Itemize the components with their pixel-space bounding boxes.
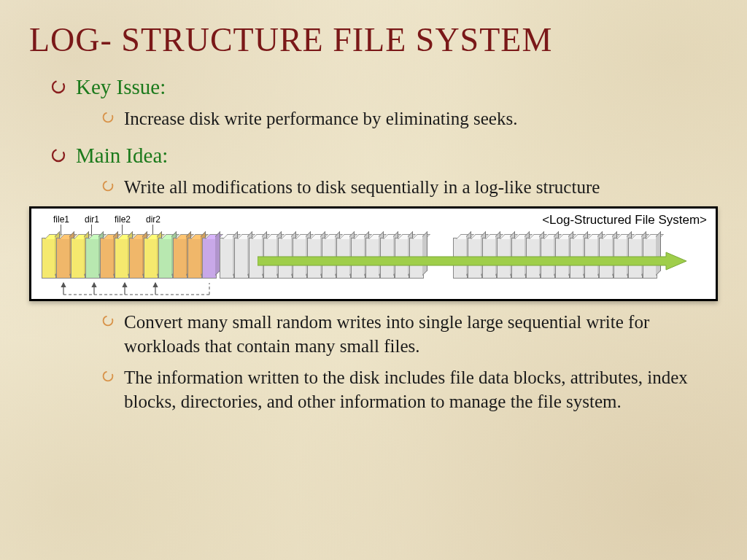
svg-point-2: [53, 149, 64, 161]
bullet-main-idea-item-3: The information written to the disk incl…: [102, 365, 718, 413]
bullet-icon: [51, 79, 66, 94]
label-file2: file2: [113, 214, 132, 225]
log-structure-diagram: <Log-Structured File System> file1 dir1 …: [29, 206, 718, 301]
svg-point-12: [104, 372, 113, 381]
svg-point-1: [104, 113, 113, 122]
bullet-icon: [102, 112, 114, 123]
slide: LOG- STRUCTURE FILE SYSTEM Key Issue: In…: [0, 0, 747, 560]
bullet-key-issue-item: Increase disk write performance by elimi…: [102, 106, 718, 131]
main-idea-heading: Main Idea:: [76, 144, 168, 168]
bullet-main-idea-item-2: Convert many small random writes into si…: [102, 310, 718, 358]
svg-point-11: [104, 316, 113, 326]
bullet-icon: [51, 148, 66, 163]
diagram-title: <Log-Structured File System>: [542, 213, 707, 228]
block-dir: [158, 238, 173, 279]
main-idea-text-1: Write all modifications to disk sequenti…: [124, 175, 600, 199]
slide-title: LOG- STRUCTURE FILE SYSTEM: [29, 20, 718, 59]
block-inode: [129, 238, 144, 279]
bullet-icon: [102, 315, 114, 327]
bullet-icon: [102, 370, 114, 382]
block-dir: [85, 238, 100, 279]
svg-point-3: [104, 182, 113, 191]
sequential-arrow-icon: [258, 251, 688, 271]
key-issue-heading: Key Issue:: [76, 75, 166, 99]
svg-marker-4: [258, 252, 686, 270]
label-dir1: dir1: [82, 214, 101, 225]
key-issue-text: Increase disk write performance by elimi…: [124, 106, 517, 131]
diagram-labels: file1 dir1 file2 dir2: [52, 214, 163, 225]
bullet-main-idea: Main Idea:: [51, 144, 718, 168]
block-inode: [187, 238, 202, 279]
block-data: [115, 238, 129, 279]
block-data: [71, 238, 85, 279]
block-summary: [202, 238, 217, 279]
main-idea-text-2: Convert many small random writes into si…: [124, 310, 718, 358]
bullet-icon: [102, 180, 114, 192]
block-inode: [100, 238, 115, 279]
bullet-key-issue: Key Issue:: [51, 75, 718, 99]
svg-point-0: [53, 81, 64, 93]
block-inode: [56, 238, 71, 279]
block-empty: [234, 238, 249, 279]
dashed-arrows-icon: [42, 280, 231, 298]
block-data: [144, 238, 158, 279]
label-dir2: dir2: [144, 214, 163, 225]
bullet-main-idea-item-1: Write all modifications to disk sequenti…: [102, 175, 718, 199]
block-data: [42, 238, 56, 279]
block-inode: [173, 238, 187, 279]
block-empty: [220, 238, 234, 279]
main-idea-text-3: The information written to the disk incl…: [124, 365, 718, 413]
label-file1: file1: [52, 214, 71, 225]
